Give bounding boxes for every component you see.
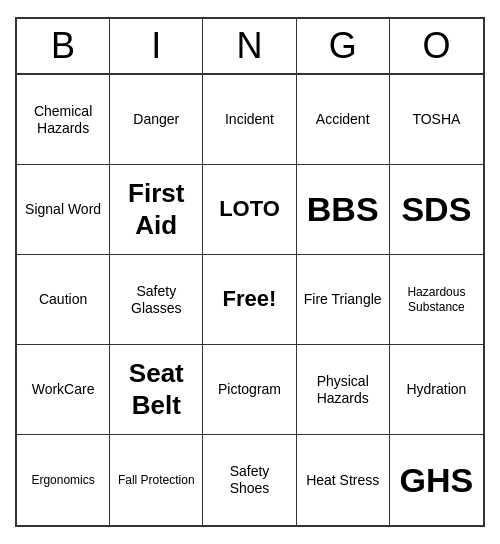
bingo-cell-8: BBS — [297, 165, 390, 255]
bingo-cell-10: Caution — [17, 255, 110, 345]
bingo-cell-9: SDS — [390, 165, 483, 255]
bingo-header: BINGO — [17, 19, 483, 75]
bingo-cell-22: Safety Shoes — [203, 435, 296, 525]
bingo-cell-12: Free! — [203, 255, 296, 345]
bingo-cell-7: LOTO — [203, 165, 296, 255]
bingo-cell-4: TOSHA — [390, 75, 483, 165]
bingo-cell-14: Hazardous Substance — [390, 255, 483, 345]
bingo-cell-24: GHS — [390, 435, 483, 525]
header-letter-g: G — [297, 19, 390, 73]
header-letter-b: B — [17, 19, 110, 73]
header-letter-o: O — [390, 19, 483, 73]
bingo-cell-6: First Aid — [110, 165, 203, 255]
bingo-cell-15: WorkCare — [17, 345, 110, 435]
bingo-cell-16: Seat Belt — [110, 345, 203, 435]
bingo-cell-18: Physical Hazards — [297, 345, 390, 435]
bingo-cell-20: Ergonomics — [17, 435, 110, 525]
bingo-cell-23: Heat Stress — [297, 435, 390, 525]
bingo-cell-3: Accident — [297, 75, 390, 165]
bingo-cell-11: Safety Glasses — [110, 255, 203, 345]
bingo-cell-5: Signal Word — [17, 165, 110, 255]
bingo-cell-21: Fall Protection — [110, 435, 203, 525]
bingo-cell-17: Pictogram — [203, 345, 296, 435]
bingo-cell-19: Hydration — [390, 345, 483, 435]
bingo-cell-13: Fire Triangle — [297, 255, 390, 345]
bingo-cell-1: Danger — [110, 75, 203, 165]
bingo-grid: Chemical HazardsDangerIncidentAccidentTO… — [17, 75, 483, 525]
bingo-card: BINGO Chemical HazardsDangerIncidentAcci… — [15, 17, 485, 527]
bingo-cell-2: Incident — [203, 75, 296, 165]
header-letter-n: N — [203, 19, 296, 73]
bingo-cell-0: Chemical Hazards — [17, 75, 110, 165]
header-letter-i: I — [110, 19, 203, 73]
